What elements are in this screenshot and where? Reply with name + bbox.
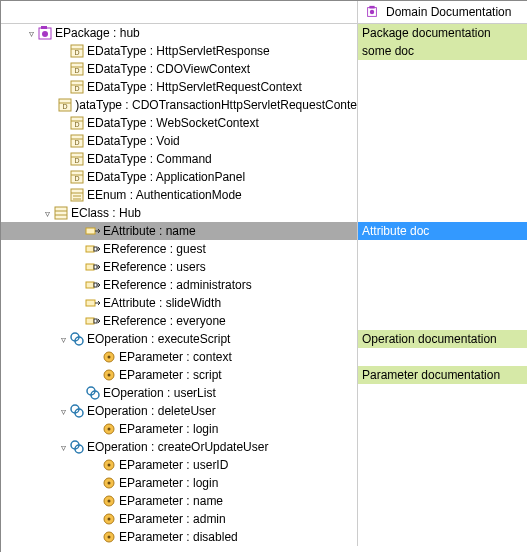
tree-cell[interactable]: ▿EClass : Hub [1,204,358,222]
tree-row[interactable]: DEDataType : HttpServletRequestContext [1,78,527,96]
doc-cell[interactable]: Operation documentation [358,330,527,348]
tree-row[interactable]: DEDataType : Command [1,150,527,168]
tree-cell[interactable]: DEDataType : Command [1,150,358,168]
doc-cell[interactable] [358,456,527,474]
doc-cell[interactable] [358,240,527,258]
tree-cell[interactable]: EAttribute : name [1,222,358,240]
tree-row[interactable]: EParameter : context [1,348,527,366]
tree-cell[interactable]: EParameter : login [1,474,358,492]
tree-cell[interactable]: DEDataType : WebSocketContext [1,114,358,132]
tree-cell[interactable]: EReference : guest [1,240,358,258]
tree-row[interactable]: DEDataType : WebSocketContext [1,114,527,132]
doc-cell[interactable]: some doc [358,42,527,60]
tree-row[interactable]: DEDataType : Void [1,132,527,150]
doc-cell[interactable] [358,384,527,402]
svg-point-58 [108,428,111,431]
svg-rect-40 [86,264,94,270]
doc-cell[interactable] [358,348,527,366]
tree-cell[interactable]: EParameter : name [1,492,358,510]
doc-cell[interactable] [358,258,527,276]
tree-row[interactable]: EParameter : login [1,474,527,492]
tree-row[interactable]: EReference : administrators [1,276,527,294]
doc-cell[interactable] [358,150,527,168]
tree-cell[interactable]: EParameter : disabled [1,528,358,546]
tree-row[interactable]: EReference : guest [1,240,527,258]
expand-toggle[interactable]: ▿ [57,334,69,345]
node-label: EParameter : login [119,422,218,436]
expand-toggle[interactable]: ▿ [57,406,69,417]
doc-cell[interactable]: Attribute doc [358,222,527,240]
tree-row[interactable]: ▿EOperation : deleteUser [1,402,527,420]
tree-cell[interactable]: DEDataType : HttpServletResponse [1,42,358,60]
tree-row[interactable]: EParameter : disabled [1,528,527,546]
doc-cell[interactable]: Package documentation [358,24,527,42]
tree-row[interactable]: EAttribute : slideWidth [1,294,527,312]
tree-cell[interactable]: ▿EPackage : hub [1,24,358,42]
tree-row[interactable]: EParameter : scriptParameter documentati… [1,366,527,384]
tree-cell[interactable]: EParameter : userID [1,456,358,474]
tree-row[interactable]: EReference : users [1,258,527,276]
expand-toggle[interactable]: ▿ [25,28,37,39]
doc-cell[interactable] [358,96,527,114]
doc-cell[interactable] [358,294,527,312]
doc-cell[interactable] [358,528,527,546]
tree-row[interactable]: EAttribute : nameAttribute doc [1,222,527,240]
tree-cell[interactable]: DEDataType : CDOViewContext [1,60,358,78]
datatype-icon: D [69,61,85,77]
doc-cell[interactable] [358,438,527,456]
doc-cell[interactable] [358,78,527,96]
doc-cell[interactable] [358,204,527,222]
doc-cell[interactable] [358,420,527,438]
datatype-icon: D [57,97,73,113]
tree-cell[interactable]: EAttribute : slideWidth [1,294,358,312]
expand-toggle[interactable]: ▿ [41,208,53,219]
tree-cell[interactable]: EReference : users [1,258,358,276]
tree-row[interactable]: ▿EOperation : executeScriptOperation doc… [1,330,527,348]
doc-cell[interactable] [358,510,527,528]
tree-row[interactable]: DEDataType : HttpServletResponsesome doc [1,42,527,60]
tree-row[interactable]: EParameter : login [1,420,527,438]
doc-cell[interactable] [358,114,527,132]
tree-row[interactable]: ▿EClass : Hub [1,204,527,222]
tree-cell[interactable]: EOperation : userList [1,384,358,402]
doc-cell[interactable] [358,132,527,150]
tree-cell[interactable]: EParameter : context [1,348,358,366]
tree-cell[interactable]: EParameter : script [1,366,358,384]
tree-cell[interactable]: DEDataType : Void [1,132,358,150]
tree-cell[interactable]: ▿EOperation : createOrUpdateUser [1,438,358,456]
tree-cell[interactable]: D)ataType : CDOTransactionHttpServletReq… [1,96,358,114]
tree-row[interactable]: DEDataType : ApplicationPanel [1,168,527,186]
tree-row[interactable]: EParameter : name [1,492,527,510]
doc-cell[interactable] [358,168,527,186]
doc-cell[interactable] [358,474,527,492]
tree-row[interactable]: ▿EOperation : createOrUpdateUser [1,438,527,456]
doc-cell[interactable] [358,312,527,330]
header-tree-column[interactable] [1,1,358,23]
tree-row[interactable]: EReference : everyone [1,312,527,330]
doc-cell[interactable] [358,402,527,420]
doc-cell[interactable] [358,60,527,78]
node-label: EOperation : userList [103,386,216,400]
tree-cell[interactable]: DEDataType : ApplicationPanel [1,168,358,186]
tree-row[interactable]: DEDataType : CDOViewContext [1,60,527,78]
tree-cell[interactable]: ▿EOperation : executeScript [1,330,358,348]
tree-cell[interactable]: EParameter : admin [1,510,358,528]
tree-row[interactable]: EParameter : admin [1,510,527,528]
tree-cell[interactable]: EReference : everyone [1,312,358,330]
tree-cell[interactable]: EEnum : AuthenticationMode [1,186,358,204]
doc-cell[interactable] [358,276,527,294]
tree-row[interactable]: EParameter : userID [1,456,527,474]
tree-cell[interactable]: DEDataType : HttpServletRequestContext [1,78,358,96]
doc-cell[interactable] [358,186,527,204]
tree-cell[interactable]: EParameter : login [1,420,358,438]
tree-cell[interactable]: ▿EOperation : deleteUser [1,402,358,420]
tree-row[interactable]: EEnum : AuthenticationMode [1,186,527,204]
doc-cell[interactable]: Parameter documentation [358,366,527,384]
tree-row[interactable]: ▿EPackage : hubPackage documentation [1,24,527,42]
tree-cell[interactable]: EReference : administrators [1,276,358,294]
tree-row[interactable]: D)ataType : CDOTransactionHttpServletReq… [1,96,527,114]
header-doc-column[interactable]: Domain Documentation [358,1,527,23]
tree-row[interactable]: EOperation : userList [1,384,527,402]
doc-cell[interactable] [358,492,527,510]
expand-toggle[interactable]: ▿ [57,442,69,453]
